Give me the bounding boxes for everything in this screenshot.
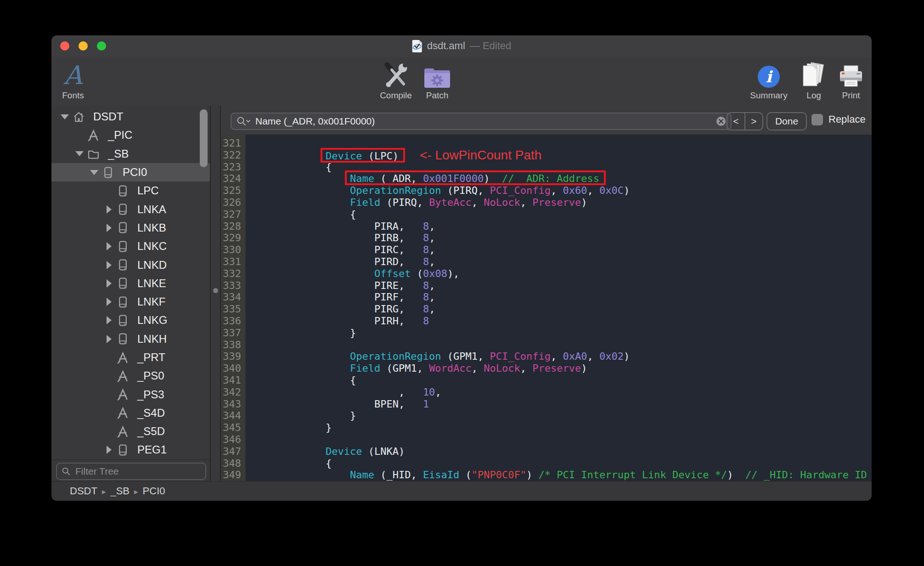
tree-row-pci0[interactable]: PCI0 xyxy=(51,163,210,181)
summary-button[interactable]: i Summary xyxy=(744,60,794,101)
title-bar[interactable]: dsdt.aml — Edited xyxy=(51,35,872,57)
summary-label: Summary xyxy=(750,91,787,101)
disclosure-closed-icon[interactable] xyxy=(101,242,116,250)
disclosure-closed-icon[interactable] xyxy=(101,205,116,214)
code-token: { xyxy=(253,161,332,173)
tree-row-_ps0[interactable]: _PS0 xyxy=(51,367,210,385)
line-number: 346 xyxy=(221,434,245,446)
code-line: , 10, xyxy=(253,386,872,398)
tree-row-lnkf[interactable]: LNKF xyxy=(51,293,210,311)
tree-row-lnka[interactable]: LNKA xyxy=(51,200,210,218)
tree-row-dsdt[interactable]: DSDT xyxy=(51,108,203,126)
tree-row-lnkg[interactable]: LNKG xyxy=(51,311,210,329)
print-button[interactable]: Print xyxy=(826,60,872,101)
line-number: 330 xyxy=(221,244,245,256)
sidebar-scrollbar-thumb[interactable] xyxy=(200,109,208,167)
close-window-button[interactable] xyxy=(60,41,69,51)
disclosure-open-icon[interactable] xyxy=(87,170,101,175)
compile-label: Compile xyxy=(380,91,412,101)
line-number: 325 xyxy=(221,185,245,197)
tree-row-lnkc[interactable]: LNKC xyxy=(51,237,210,255)
code-token: , xyxy=(520,362,533,374)
filter-tree-field[interactable] xyxy=(56,463,206,480)
code-token: ) xyxy=(581,362,587,374)
code-token: BPEN, xyxy=(253,398,423,410)
breadcrumb-item-pci0[interactable]: PCI0 xyxy=(143,485,165,497)
code-line: Device (LPC)<- LowPinCount Path xyxy=(253,149,872,161)
tree-row-peg1[interactable]: PEG1 xyxy=(51,441,210,459)
clear-search-icon[interactable] xyxy=(716,116,726,126)
tree-row-_pic[interactable]: _PIC xyxy=(51,126,210,144)
tree-label: LNKG xyxy=(137,314,167,327)
search-menu-icon[interactable] xyxy=(236,116,251,127)
disclosure-closed-icon[interactable] xyxy=(101,224,116,232)
find-previous-button[interactable]: < xyxy=(727,113,745,130)
find-next-button[interactable]: > xyxy=(745,113,762,130)
tree-row-_s5d[interactable]: _S5D xyxy=(51,422,210,441)
tree-row-lnkd[interactable]: LNKD xyxy=(51,255,210,274)
code-token: PIRD, xyxy=(253,256,423,267)
breadcrumb-item-dsdt[interactable]: DSDT xyxy=(70,485,97,497)
tree-row-_ps3[interactable]: _PS3 xyxy=(51,385,210,403)
code-token xyxy=(253,469,350,481)
find-input[interactable] xyxy=(254,115,712,127)
minimize-window-button[interactable] xyxy=(79,41,88,51)
disclosure-closed-icon[interactable] xyxy=(101,335,116,343)
tree-label: LPC xyxy=(137,184,159,197)
code-line: { xyxy=(253,458,872,470)
line-number: 345 xyxy=(221,422,245,434)
tree-label: _PS3 xyxy=(137,388,164,401)
disclosure-closed-icon[interactable] xyxy=(101,446,116,454)
disclosure-open-icon[interactable] xyxy=(57,114,72,119)
code-token: PCI_Config xyxy=(490,185,551,196)
tree-row-_prt[interactable]: _PRT xyxy=(51,348,210,367)
line-number: 326 xyxy=(221,197,245,209)
pane-splitter[interactable] xyxy=(210,106,221,481)
code-token: Field xyxy=(350,197,380,208)
code-token: Offset xyxy=(374,268,411,279)
code-line: OperationRegion (PIRQ, PCI_Config, 0x60,… xyxy=(253,185,872,197)
code-token: ) xyxy=(727,469,745,481)
disclosure-closed-icon[interactable] xyxy=(101,261,116,269)
line-number: 328 xyxy=(221,221,245,232)
tree-row-_s4d[interactable]: _S4D xyxy=(51,404,210,422)
code-token: 8 xyxy=(423,244,429,255)
fonts-button[interactable]: A Fonts xyxy=(51,60,98,101)
disclosure-open-icon[interactable] xyxy=(72,151,87,156)
disclosure-closed-icon[interactable] xyxy=(101,279,116,288)
code-token: (_ADR, xyxy=(374,173,423,184)
replace-label: Replace xyxy=(828,113,866,125)
code-token: NoLock xyxy=(484,197,520,208)
code-token: , xyxy=(429,221,435,232)
breadcrumb-item-_sb[interactable]: _SB xyxy=(110,485,130,497)
code-text[interactable]: Device (LPC)<- LowPinCount Path { Name (… xyxy=(247,135,872,481)
line-number: 327 xyxy=(221,209,245,221)
find-field[interactable] xyxy=(231,113,732,130)
tree-row-lnke[interactable]: LNKE xyxy=(51,274,210,293)
tree-row-lnkb[interactable]: LNKB xyxy=(51,219,210,237)
done-button[interactable]: Done xyxy=(766,112,807,130)
filter-tree-input[interactable] xyxy=(74,465,201,477)
tree-row-lnkh[interactable]: LNKH xyxy=(51,330,210,348)
code-line: Field (GPM1, WordAcc, NoLock, Preserve) xyxy=(253,362,872,374)
code-token xyxy=(253,268,374,279)
tree-row-lpc[interactable]: LPC xyxy=(51,181,210,200)
zoom-window-button[interactable] xyxy=(97,41,106,51)
code-token: , xyxy=(429,303,435,315)
code-token: , xyxy=(472,197,484,208)
annotation-text: <- LowPinCount Path xyxy=(420,148,541,162)
patch-button[interactable]: Patch xyxy=(412,60,462,101)
disclosure-closed-icon[interactable] xyxy=(101,298,116,306)
code-token xyxy=(253,362,350,374)
replace-checkbox[interactable] xyxy=(811,114,823,125)
code-token: EisaId xyxy=(423,469,459,481)
code-line xyxy=(253,339,872,351)
content-area: DSDT_PIC_SBPCI0LPCLNKALNKBLNKCLNKDLNKELN… xyxy=(51,106,872,481)
tree-label: _PRT xyxy=(137,351,165,364)
disclosure-closed-icon[interactable] xyxy=(101,316,116,324)
splitter-handle-dot[interactable] xyxy=(213,288,218,293)
code-token: ( xyxy=(411,268,423,279)
code-area[interactable]: 3213223233243253263273283293303313323333… xyxy=(221,135,872,481)
code-token: ( xyxy=(459,469,472,481)
tree-row-_sb[interactable]: _SB xyxy=(51,145,210,163)
